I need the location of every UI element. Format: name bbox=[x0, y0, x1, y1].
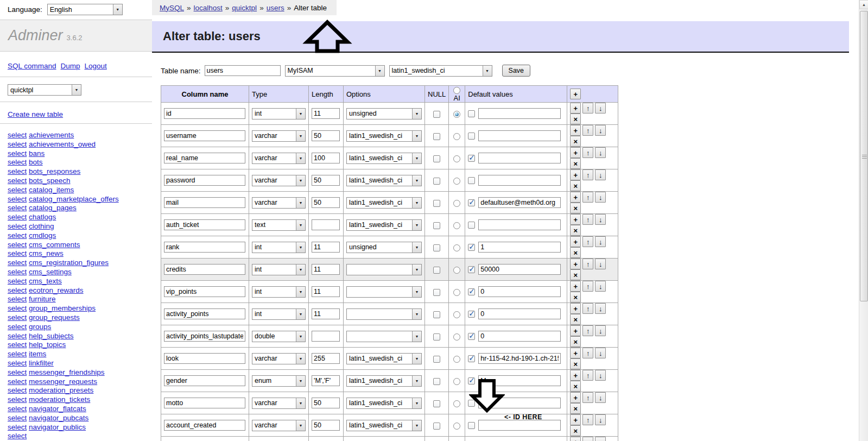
table-link[interactable]: linkfilter bbox=[29, 359, 54, 367]
add-column-button[interactable]: + bbox=[570, 192, 581, 203]
create-new-table-link[interactable]: Create new table bbox=[8, 110, 63, 118]
add-column-button[interactable]: + bbox=[570, 414, 581, 425]
default-checkbox[interactable] bbox=[468, 311, 475, 318]
move-down-button[interactable]: ↓ bbox=[595, 281, 606, 292]
select-link[interactable]: select bbox=[8, 158, 27, 166]
add-column-button[interactable]: + bbox=[570, 392, 581, 403]
type-select[interactable]: varchar▼ bbox=[252, 153, 306, 164]
length-input[interactable] bbox=[312, 308, 340, 319]
table-link[interactable]: ecotron_rewards bbox=[29, 286, 84, 294]
move-down-button[interactable]: ↓ bbox=[595, 437, 606, 441]
length-input[interactable] bbox=[312, 331, 340, 342]
remove-column-button[interactable]: × bbox=[570, 292, 581, 303]
default-value-input[interactable] bbox=[478, 331, 561, 342]
ai-radio[interactable] bbox=[453, 133, 460, 140]
length-input[interactable] bbox=[312, 153, 340, 163]
move-up-button[interactable]: ↑ bbox=[582, 325, 593, 336]
select-link[interactable]: select bbox=[8, 259, 27, 267]
move-up-button[interactable]: ↑ bbox=[582, 370, 593, 381]
remove-column-button[interactable]: × bbox=[570, 180, 581, 191]
move-down-button[interactable]: ↓ bbox=[595, 125, 606, 136]
select-link[interactable]: select bbox=[8, 213, 27, 221]
move-down-button[interactable]: ↓ bbox=[595, 370, 606, 381]
database-select[interactable]: quicktpl ▼ bbox=[8, 84, 81, 96]
add-column-button[interactable]: + bbox=[570, 169, 581, 180]
select-link[interactable]: select bbox=[8, 368, 27, 376]
select-link[interactable]: select bbox=[8, 359, 27, 367]
default-value-input[interactable] bbox=[478, 420, 561, 431]
ai-radio[interactable] bbox=[453, 423, 460, 430]
ai-header-radio[interactable] bbox=[453, 87, 460, 94]
table-link[interactable]: clothing bbox=[29, 222, 54, 230]
remove-column-button[interactable]: × bbox=[570, 225, 581, 236]
length-input[interactable] bbox=[312, 353, 340, 364]
type-select[interactable]: varchar▼ bbox=[252, 353, 306, 364]
move-up-button[interactable]: ↑ bbox=[582, 125, 593, 136]
length-input[interactable] bbox=[312, 175, 340, 186]
move-down-button[interactable]: ↓ bbox=[595, 236, 606, 247]
ai-radio[interactable] bbox=[453, 200, 460, 207]
default-checkbox[interactable] bbox=[468, 199, 475, 206]
default-value-input[interactable] bbox=[478, 375, 561, 386]
move-down-button[interactable]: ↓ bbox=[595, 392, 606, 403]
options-select[interactable]: latin1_swedish_ci▼ bbox=[346, 398, 422, 409]
options-select[interactable]: ▼ bbox=[346, 286, 422, 298]
move-up-button[interactable]: ↑ bbox=[582, 259, 593, 269]
move-up-button[interactable]: ↑ bbox=[582, 437, 593, 441]
breadcrumb-link-mysql[interactable]: MySQL bbox=[160, 4, 184, 12]
ai-radio[interactable] bbox=[453, 244, 460, 251]
default-checkbox[interactable] bbox=[468, 266, 475, 273]
remove-column-button[interactable]: × bbox=[570, 203, 581, 213]
table-link[interactable]: bots_responses bbox=[29, 167, 80, 175]
options-select[interactable]: latin1_swedish_ci▼ bbox=[346, 153, 422, 164]
column-name-input[interactable] bbox=[164, 331, 245, 342]
select-link[interactable]: select bbox=[8, 241, 27, 249]
select-link[interactable]: select bbox=[8, 414, 27, 422]
type-select[interactable]: varchar▼ bbox=[252, 197, 306, 209]
move-up-button[interactable]: ↑ bbox=[582, 103, 593, 114]
vertical-scrollbar[interactable]: ▲ bbox=[859, 0, 868, 441]
table-link[interactable]: cms_texts bbox=[29, 277, 62, 285]
default-value-input[interactable] bbox=[478, 353, 561, 364]
move-up-button[interactable]: ↑ bbox=[582, 392, 593, 403]
remove-column-button[interactable]: × bbox=[570, 269, 581, 280]
remove-column-button[interactable]: × bbox=[570, 425, 581, 436]
table-link[interactable]: catalog_pages bbox=[29, 204, 77, 212]
add-column-button[interactable]: + bbox=[570, 437, 581, 441]
table-link[interactable]: bans bbox=[29, 149, 45, 158]
add-column-button[interactable]: + bbox=[570, 370, 581, 381]
move-up-button[interactable]: ↑ bbox=[582, 214, 593, 225]
null-checkbox[interactable] bbox=[433, 155, 440, 162]
select-link[interactable]: select bbox=[8, 131, 27, 139]
null-checkbox[interactable] bbox=[433, 289, 440, 296]
add-column-button[interactable]: + bbox=[570, 125, 581, 136]
length-input[interactable] bbox=[312, 130, 340, 141]
column-name-input[interactable] bbox=[164, 264, 245, 275]
add-column-button[interactable]: + bbox=[570, 147, 581, 158]
options-select[interactable]: unsigned▼ bbox=[346, 242, 422, 253]
null-checkbox[interactable] bbox=[433, 178, 440, 185]
remove-column-button[interactable]: × bbox=[570, 247, 581, 258]
options-select[interactable]: unsigned▼ bbox=[346, 108, 422, 119]
table-link[interactable]: group_memberships bbox=[29, 304, 96, 312]
select-link[interactable]: select bbox=[8, 222, 27, 230]
select-link[interactable]: select bbox=[8, 149, 27, 158]
options-select[interactable]: latin1_swedish_ci▼ bbox=[346, 219, 422, 231]
default-checkbox[interactable] bbox=[468, 133, 475, 140]
select-link[interactable]: select bbox=[8, 350, 27, 358]
column-name-input[interactable] bbox=[164, 398, 245, 408]
column-name-input[interactable] bbox=[164, 175, 245, 186]
null-checkbox[interactable] bbox=[433, 423, 440, 430]
select-link[interactable]: select bbox=[8, 295, 27, 303]
select-link[interactable]: select bbox=[8, 177, 27, 185]
table-link[interactable]: messenger_friendships bbox=[29, 368, 105, 376]
select-link[interactable]: select bbox=[8, 277, 27, 285]
move-up-button[interactable]: ↑ bbox=[582, 281, 593, 292]
length-input[interactable] bbox=[312, 108, 340, 119]
table-link[interactable]: cms_news bbox=[29, 249, 64, 257]
table-link[interactable]: group_requests bbox=[29, 313, 80, 322]
type-select[interactable]: int▼ bbox=[252, 308, 306, 320]
default-checkbox[interactable] bbox=[468, 355, 475, 362]
ai-radio[interactable] bbox=[453, 111, 460, 118]
select-link[interactable]: select bbox=[8, 313, 27, 322]
